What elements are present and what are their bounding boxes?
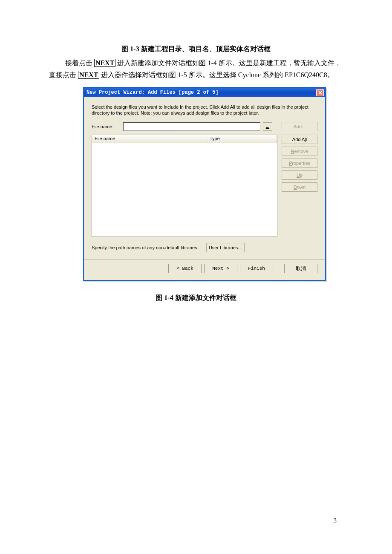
down-button[interactable]: Down xyxy=(282,182,317,192)
file-list-header: File name Type xyxy=(92,135,277,143)
remove-button[interactable]: Remove xyxy=(282,147,317,156)
separator xyxy=(84,259,325,260)
finish-button[interactable]: Finish xyxy=(240,264,273,273)
col-file-name[interactable]: File name xyxy=(92,135,207,143)
file-list[interactable]: File name Type xyxy=(92,135,277,237)
text: 进入器件选择对话框如图 1-5 所示。这里选择 Cyclone 系列的 EP1C… xyxy=(99,71,334,78)
user-libraries-button[interactable]: User Libraries... xyxy=(206,243,245,252)
file-name-label: File name: xyxy=(92,124,121,129)
dialog-titlebar[interactable]: New Project Wizard: Add Files [page 2 of… xyxy=(84,88,325,97)
cancel-button[interactable]: 取消 xyxy=(284,264,317,273)
body-paragraph: 接着点击 NEXT 进入新建添加文件对话框如图 1-4 所示。这里是新建工程，暂… xyxy=(49,57,343,81)
page-number: 3 xyxy=(334,517,337,524)
text: 接着点击 xyxy=(65,59,92,66)
next-box-2: NEXT xyxy=(78,71,99,79)
next-box-1: NEXT xyxy=(94,59,115,67)
col-type[interactable]: Type xyxy=(207,135,277,143)
figure-caption-1-4: 图 1-4 新建添加文件对话框 xyxy=(49,294,343,303)
up-button[interactable]: Up xyxy=(282,170,317,180)
new-project-wizard-dialog: New Project Wizard: Add Files [page 2 of… xyxy=(83,87,326,281)
browse-button[interactable]: ... xyxy=(263,122,272,131)
add-button[interactable]: Add... xyxy=(282,122,317,131)
close-button[interactable] xyxy=(316,89,324,96)
figure-caption-1-3: 图 1-3 新建工程目录、项目名、顶层实体名对话框 xyxy=(49,45,343,54)
user-libraries-label: Specify the path names of any non-defaul… xyxy=(92,245,199,250)
file-list-body[interactable] xyxy=(92,143,277,237)
file-name-input[interactable] xyxy=(123,122,260,131)
properties-button[interactable]: Properties xyxy=(282,159,317,168)
back-button[interactable]: < Back xyxy=(168,264,202,273)
close-icon xyxy=(318,91,322,95)
next-button[interactable]: Next > xyxy=(204,264,237,273)
dialog-instructions: Select the design files you want to incl… xyxy=(92,104,317,116)
add-all-button[interactable]: Add All xyxy=(282,135,317,144)
dialog-title: New Project Wizard: Add Files [page 2 of… xyxy=(86,89,316,95)
